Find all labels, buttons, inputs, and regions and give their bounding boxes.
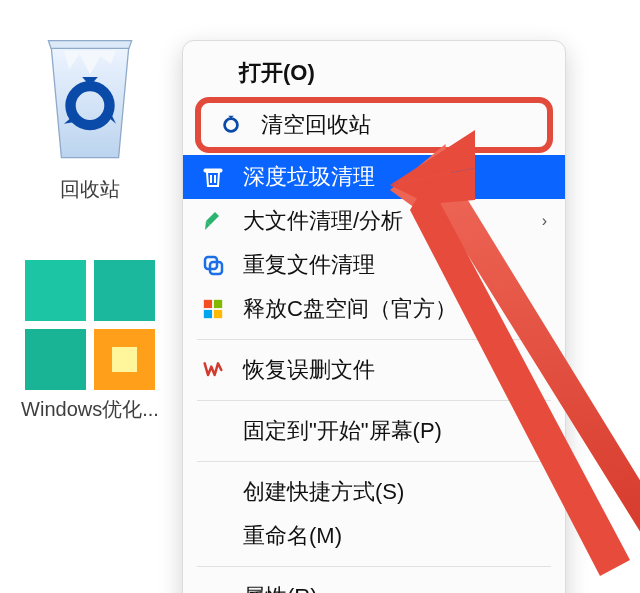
menu-label: 释放C盘空间（官方）	[243, 294, 457, 324]
menu-item-big-file-analysis[interactable]: 大文件清理/分析 ›	[183, 199, 565, 243]
desktop-area: 回收站 Windows优化... 打开(O) 清空回收站 深度垃圾清理	[0, 0, 640, 593]
recycle-icon	[217, 111, 245, 139]
menu-item-empty-recycle-bin[interactable]: 清空回收站	[201, 103, 547, 147]
menu-item-open[interactable]: 打开(O)	[183, 51, 565, 95]
menu-item-free-c-drive[interactable]: 释放C盘空间（官方）	[183, 287, 565, 331]
menu-label: 大文件清理/分析	[243, 206, 403, 236]
desktop-icon-windows-optimize[interactable]: Windows优化...	[10, 260, 170, 423]
menu-label: 深度垃圾清理	[243, 162, 375, 192]
menu-item-rename[interactable]: 重命名(M)	[183, 514, 565, 558]
duplicate-icon	[199, 251, 227, 279]
menu-item-properties[interactable]: 属性(R)	[183, 575, 565, 593]
menu-separator	[197, 566, 551, 567]
svg-rect-7	[204, 300, 212, 308]
desktop-icon-label: 回收站	[10, 176, 170, 203]
svg-rect-9	[204, 310, 212, 318]
menu-label: 清空回收站	[261, 110, 371, 140]
menu-label: 属性(R)	[243, 582, 318, 593]
desktop-icon-label: Windows优化...	[10, 396, 170, 423]
wps-icon	[199, 356, 227, 384]
menu-item-pin-to-start[interactable]: 固定到"开始"屏幕(P)	[183, 409, 565, 453]
menu-item-deep-clean[interactable]: 深度垃圾清理	[183, 155, 565, 199]
menu-separator	[197, 400, 551, 401]
menu-label: 重复文件清理	[243, 250, 375, 280]
svg-rect-10	[214, 310, 222, 318]
windows-logo-icon	[199, 295, 227, 323]
broom-icon	[199, 207, 227, 235]
svg-rect-8	[214, 300, 222, 308]
context-menu: 打开(O) 清空回收站 深度垃圾清理 大文件清理/分析 ›	[182, 40, 566, 593]
menu-item-create-shortcut[interactable]: 创建快捷方式(S)	[183, 470, 565, 514]
annotation-highlight-box: 清空回收站	[195, 97, 553, 153]
menu-label: 打开(O)	[239, 58, 315, 88]
windows-optimize-icon	[25, 260, 155, 390]
menu-label: 恢复误删文件	[243, 355, 375, 385]
menu-item-recover-files[interactable]: 恢复误删文件	[183, 348, 565, 392]
menu-label: 创建快捷方式(S)	[243, 477, 404, 507]
menu-separator	[197, 339, 551, 340]
svg-point-1	[225, 119, 238, 132]
recycle-bin-icon	[25, 10, 155, 170]
desktop-icon-recycle-bin[interactable]: 回收站	[10, 10, 170, 203]
menu-separator	[197, 461, 551, 462]
menu-label: 固定到"开始"屏幕(P)	[243, 416, 442, 446]
menu-item-duplicate-clean[interactable]: 重复文件清理	[183, 243, 565, 287]
chevron-right-icon: ›	[542, 212, 547, 230]
trash-icon	[199, 163, 227, 191]
menu-label: 重命名(M)	[243, 521, 342, 551]
